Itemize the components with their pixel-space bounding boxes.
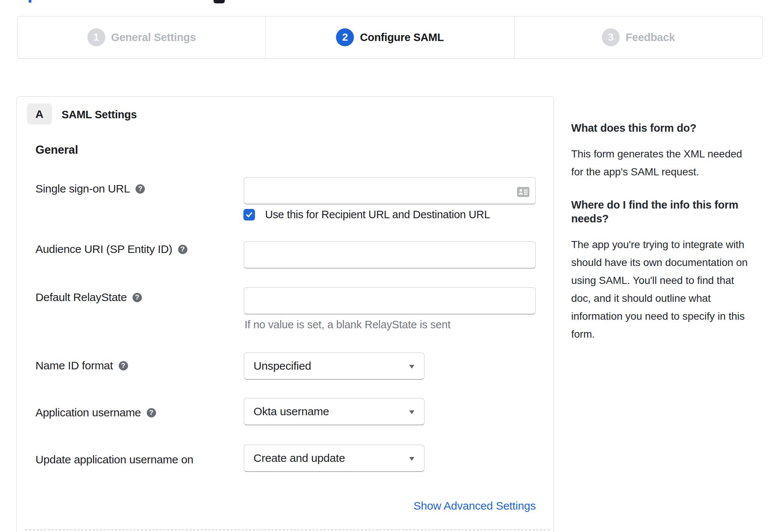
sidebar-paragraph-2: The app you're trying to integrate with …: [571, 236, 764, 343]
name-id-format-label-text: Name ID format: [35, 359, 113, 372]
step-1-circle: 1: [87, 28, 105, 46]
sso-url-input[interactable]: [244, 177, 536, 204]
dropdown-caret-icon: [409, 365, 414, 369]
step-feedback[interactable]: 3 Feedback: [514, 16, 762, 58]
update-username-label: Update application username on: [35, 453, 193, 466]
panel-title: SAML Settings: [62, 109, 137, 121]
cutoff-logo-fragment: [214, 0, 225, 3]
sidebar-paragraph-1: This form generates the XML needed for t…: [571, 145, 764, 181]
step-1-label: General Settings: [111, 31, 196, 44]
recipient-url-checkbox[interactable]: [243, 209, 255, 220]
update-username-value: Create and update: [253, 452, 345, 464]
update-username-label-text: Update application username on: [35, 453, 193, 466]
name-id-format-dropdown[interactable]: Unspecified: [244, 353, 424, 380]
show-advanced-settings-link[interactable]: Show Advanced Settings: [414, 500, 536, 512]
sso-url-label: Single sign-on URL ?: [35, 182, 145, 195]
name-id-format-value: Unspecified: [253, 360, 311, 372]
step-3-label: Feedback: [626, 31, 675, 44]
step-3-circle: 3: [602, 28, 620, 46]
application-username-label: Application username ?: [35, 406, 156, 419]
wizard-stepper: 1 General Settings 2 Configure SAML 3 Fe…: [17, 16, 763, 59]
step-2-label: Configure SAML: [360, 31, 444, 44]
dropdown-caret-icon: [409, 410, 414, 414]
application-username-value: Okta username: [253, 405, 329, 418]
sidebar-heading-2: Where do I find the info this form needs…: [571, 198, 764, 226]
name-id-format-help-icon[interactable]: ?: [119, 361, 128, 370]
relay-state-label: Default RelayState ?: [35, 291, 142, 304]
dropdown-caret-icon: [409, 457, 414, 461]
sidebar-heading-1: What does this form do?: [571, 121, 764, 135]
audience-uri-help-icon[interactable]: ?: [178, 245, 187, 254]
relay-state-input[interactable]: [244, 287, 536, 314]
relay-state-label-text: Default RelayState: [35, 291, 127, 304]
relay-state-help-icon[interactable]: ?: [133, 293, 142, 302]
section-a-badge: A: [27, 103, 52, 125]
contact-card-icon: [517, 187, 529, 197]
application-username-label-text: Application username: [35, 406, 141, 419]
update-username-dropdown[interactable]: Create and update: [244, 445, 424, 472]
help-sidebar: What does this form do? This form genera…: [571, 121, 764, 343]
checkmark-icon: [245, 211, 253, 219]
name-id-format-label: Name ID format ?: [35, 359, 128, 372]
audience-uri-label-text: Audience URI (SP Entity ID): [35, 243, 172, 256]
application-username-help-icon[interactable]: ?: [147, 408, 156, 417]
sso-url-help-icon[interactable]: ?: [136, 184, 145, 194]
cutoff-blue-fragment: [29, 0, 31, 3]
dashed-section-separator: [25, 529, 550, 530]
audience-uri-label: Audience URI (SP Entity ID) ?: [35, 243, 187, 256]
step-configure-saml[interactable]: 2 Configure SAML: [265, 16, 514, 58]
audience-uri-input[interactable]: [244, 241, 536, 269]
general-section-heading: General: [35, 143, 78, 157]
relay-state-hint: If no value is set, a blank RelayState i…: [245, 319, 451, 331]
sso-url-label-text: Single sign-on URL: [35, 182, 130, 195]
recipient-url-checkbox-label: Use this for Recipient URL and Destinati…: [265, 209, 490, 221]
application-username-dropdown[interactable]: Okta username: [244, 398, 424, 425]
step-2-circle: 2: [336, 28, 354, 46]
step-general-settings[interactable]: 1 General Settings: [18, 16, 265, 58]
